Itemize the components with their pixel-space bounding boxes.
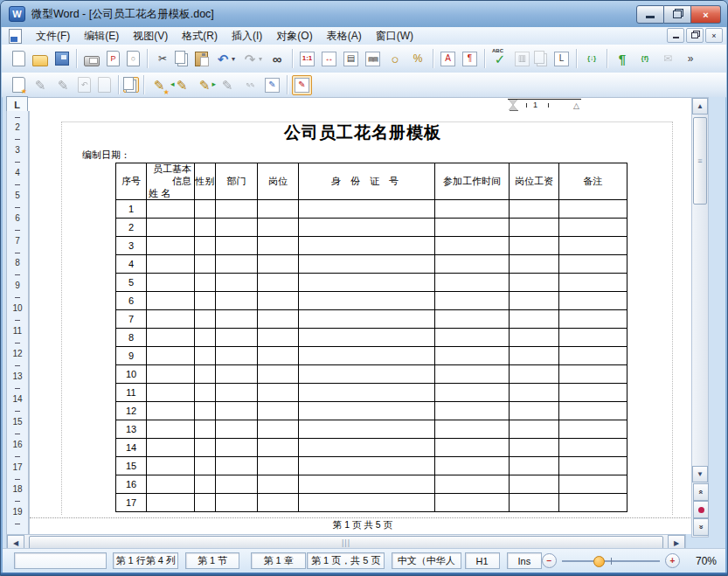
empty-cell[interactable] — [147, 310, 195, 329]
mdi-close-button[interactable]: × — [705, 28, 723, 43]
menu-insert[interactable]: 插入(I) — [225, 27, 269, 45]
status-style-tag[interactable]: H1 — [465, 552, 500, 569]
header-dept[interactable]: 部门 — [216, 163, 258, 200]
empty-cell[interactable] — [299, 475, 435, 494]
empty-cell[interactable] — [195, 347, 216, 365]
zoom-tool-button[interactable]: ○ — [385, 48, 406, 69]
empty-cell[interactable] — [559, 457, 627, 475]
empty-cell[interactable] — [299, 219, 435, 237]
empty-cell[interactable] — [147, 402, 195, 420]
empty-cell[interactable] — [299, 237, 435, 255]
pencil-prev-button[interactable]: ✎ — [171, 74, 192, 95]
empty-cell[interactable] — [299, 255, 435, 274]
empty-cell[interactable] — [559, 255, 627, 274]
empty-cell[interactable] — [510, 200, 559, 219]
empty-cell[interactable] — [216, 219, 258, 237]
empty-cell[interactable] — [147, 347, 195, 365]
menu-table[interactable]: 表格(A) — [320, 27, 369, 45]
row-number-cell[interactable]: 2 — [116, 219, 147, 237]
empty-cell[interactable] — [216, 347, 258, 365]
scroll-up-button[interactable]: ▲ — [692, 98, 708, 115]
right-indent-marker[interactable]: △ — [573, 101, 579, 110]
paragraph-settings-button[interactable]: ¶ — [460, 49, 480, 69]
status-insert-mode[interactable]: Ins — [507, 552, 542, 569]
close-button[interactable]: × — [691, 5, 721, 24]
empty-cell[interactable] — [195, 255, 216, 274]
title-bar[interactable]: W 微型Word - [公司员工花名册模板.doc] × — [1, 1, 727, 27]
zoom-track[interactable] — [562, 560, 660, 562]
status-page-info[interactable]: 第 1 页，共 5 页 — [307, 552, 385, 569]
empty-cell[interactable] — [559, 200, 627, 219]
print-button[interactable] — [81, 49, 102, 69]
zoom-in-button[interactable]: + — [665, 553, 680, 568]
zoom-thumb[interactable] — [593, 556, 605, 567]
status-language[interactable]: 中文（中华人 — [392, 552, 461, 569]
font-button[interactable]: A — [438, 49, 458, 69]
pencil-new-button[interactable]: ✎ — [149, 74, 170, 95]
scroll-down-button[interactable]: ▼ — [692, 466, 708, 482]
cut-button[interactable]: ✂ — [152, 48, 173, 69]
empty-cell[interactable] — [216, 274, 258, 292]
row-number-cell[interactable]: 1 — [116, 200, 147, 219]
pencil-next-button[interactable]: ✎ — [194, 74, 215, 95]
empty-cell[interactable] — [435, 237, 510, 255]
find-button[interactable]: ∞ — [267, 48, 288, 69]
row-number-cell[interactable]: 12 — [116, 402, 147, 420]
row-number-cell[interactable]: 7 — [116, 310, 147, 329]
empty-cell[interactable] — [299, 439, 435, 457]
empty-cell[interactable] — [258, 329, 299, 347]
document-title-text[interactable]: 公司员工花名册模板 — [30, 121, 696, 144]
empty-cell[interactable] — [147, 255, 195, 274]
empty-cell[interactable] — [510, 420, 559, 439]
empty-cell[interactable] — [435, 310, 510, 329]
empty-cell[interactable] — [435, 200, 510, 219]
empty-cell[interactable] — [435, 365, 510, 384]
header-start-date[interactable]: 参加工作时间 — [435, 163, 510, 200]
empty-cell[interactable] — [435, 457, 510, 475]
vertical-scrollbar[interactable]: ▲ ≡ ▼ — [691, 97, 709, 538]
empty-cell[interactable] — [258, 274, 299, 292]
date-label-text[interactable]: 编制日期： — [82, 149, 130, 162]
empty-cell[interactable] — [559, 494, 627, 512]
document-page[interactable]: 公司员工花名册模板 编制日期： 序号 员工基本 信息 姓 名 — [29, 111, 697, 534]
empty-cell[interactable] — [195, 274, 216, 292]
empty-cell[interactable] — [559, 292, 627, 310]
empty-cell[interactable] — [435, 274, 510, 292]
empty-cell[interactable] — [147, 200, 195, 219]
vertical-scroll-thumb[interactable]: ≡ — [693, 117, 707, 205]
minimize-button[interactable] — [636, 5, 664, 24]
header-seq[interactable]: 序号 — [116, 163, 147, 200]
empty-cell[interactable] — [435, 494, 510, 512]
empty-cell[interactable] — [559, 274, 627, 292]
empty-cell[interactable] — [510, 457, 559, 475]
row-number-cell[interactable]: 10 — [116, 365, 147, 384]
empty-cell[interactable] — [216, 237, 258, 255]
empty-cell[interactable] — [147, 329, 195, 347]
menu-window[interactable]: 窗口(W) — [369, 27, 420, 45]
empty-cell[interactable] — [258, 347, 299, 365]
empty-cell[interactable] — [258, 420, 299, 439]
next-page-button[interactable]: « — [693, 518, 709, 536]
spellcheck-button[interactable]: ✓ — [489, 48, 510, 69]
letter-l-button[interactable]: L — [551, 49, 572, 69]
empty-cell[interactable] — [147, 274, 195, 292]
menu-format[interactable]: 格式(R) — [175, 27, 225, 45]
empty-cell[interactable] — [195, 329, 216, 347]
row-number-cell[interactable]: 8 — [116, 329, 147, 347]
toolbar-overflow-button[interactable]: » — [680, 48, 701, 69]
header-remark[interactable]: 备注 — [559, 163, 627, 200]
select-browse-object-button[interactable] — [693, 501, 709, 518]
zoom-percent-button[interactable]: % — [407, 48, 428, 69]
empty-cell[interactable] — [195, 237, 216, 255]
empty-cell[interactable] — [510, 310, 559, 329]
empty-cell[interactable] — [195, 457, 216, 475]
field-codes-button[interactable]: {f} — [634, 48, 655, 69]
empty-cell[interactable] — [147, 475, 195, 494]
row-number-cell[interactable]: 5 — [116, 274, 147, 292]
empty-cell[interactable] — [147, 420, 195, 439]
empty-cell[interactable] — [147, 219, 195, 237]
empty-cell[interactable] — [216, 457, 258, 475]
empty-cell[interactable] — [559, 384, 627, 402]
copy-button[interactable] — [175, 51, 191, 66]
undo-button[interactable]: ↶▾ — [212, 48, 238, 69]
